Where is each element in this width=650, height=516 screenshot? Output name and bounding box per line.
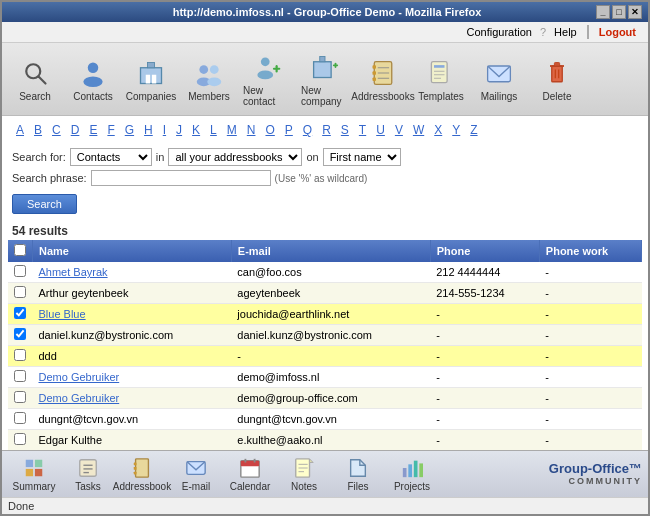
row-checkbox[interactable] <box>14 307 26 319</box>
toolbar-companies-button[interactable]: Companies <box>124 53 178 106</box>
row-checkbox[interactable] <box>14 370 26 382</box>
row-checkbox[interactable] <box>14 328 26 340</box>
alpha-letter-y[interactable]: Y <box>448 122 464 138</box>
col-phone[interactable]: Phone <box>430 240 539 262</box>
table-row[interactable]: daniel.kunz@bystronic.comdaniel.kunz@bys… <box>8 325 642 346</box>
taskbar-projects-button[interactable]: Projects <box>386 453 438 495</box>
title-bar: http://demo.imfoss.nl - Group-Office Dem… <box>2 2 648 22</box>
taskbar-notes-button[interactable]: Notes <box>278 453 330 495</box>
alpha-letter-q[interactable]: Q <box>299 122 316 138</box>
alpha-letter-x[interactable]: X <box>430 122 446 138</box>
taskbar-addressbook-button[interactable]: Addressbook <box>116 453 168 495</box>
minimize-button[interactable]: _ <box>596 5 610 19</box>
toolbar-new-contact-button[interactable]: New contact <box>240 47 294 111</box>
menu-bar: Configuration ? Help Logout <box>2 22 648 43</box>
row-checkbox-cell <box>8 367 33 388</box>
search-phrase-label: Search phrase: <box>12 172 87 184</box>
alpha-letter-n[interactable]: N <box>243 122 260 138</box>
search-field-select[interactable]: First name <box>323 148 401 166</box>
toolbar-templates-button[interactable]: Templates <box>414 53 468 106</box>
alpha-letter-j[interactable]: J <box>172 122 186 138</box>
table-row[interactable]: dungnt@tcvn.gov.vndungnt@tcvn.gov.vn-- <box>8 409 642 430</box>
alpha-letter-b[interactable]: B <box>30 122 46 138</box>
select-all-checkbox[interactable] <box>14 244 26 256</box>
alpha-letter-f[interactable]: F <box>103 122 118 138</box>
alpha-letter-t[interactable]: T <box>355 122 370 138</box>
alpha-letter-s[interactable]: S <box>337 122 353 138</box>
alpha-letter-g[interactable]: G <box>121 122 138 138</box>
table-row[interactable]: Blue Bluejouchida@earthlink.net-- <box>8 304 642 325</box>
table-row[interactable]: Ahmet Bayrakcan@foo.cos212 4444444- <box>8 262 642 283</box>
row-phone: - <box>430 409 539 430</box>
alpha-letter-w[interactable]: W <box>409 122 428 138</box>
table-row[interactable]: ddd--- <box>8 346 642 367</box>
alpha-letter-r[interactable]: R <box>318 122 335 138</box>
row-checkbox-cell <box>8 409 33 430</box>
contact-name-link[interactable]: Blue Blue <box>39 308 86 320</box>
toolbar-contacts-button[interactable]: Contacts <box>66 53 120 106</box>
table-row[interactable]: Arthur geytenbeekageytenbeek214-555-1234… <box>8 283 642 304</box>
table-row[interactable]: Demo Gebruikerdemo@group-office.com-- <box>8 388 642 409</box>
alpha-letter-a[interactable]: A <box>12 122 28 138</box>
contacts-table-wrap[interactable]: Name E-mail Phone Phone work Ahmet Bayra… <box>2 240 648 450</box>
row-checkbox[interactable] <box>14 412 26 424</box>
row-phone-work: - <box>539 346 641 367</box>
taskbar-calendar-button[interactable]: Calendar <box>224 453 276 495</box>
toolbar-delete-button[interactable]: Delete <box>530 53 584 106</box>
row-checkbox[interactable] <box>14 349 26 361</box>
row-checkbox[interactable] <box>14 433 26 445</box>
row-name: Demo Gebruiker <box>33 367 232 388</box>
table-row[interactable]: Edgar Kulthee.kulthe@aako.nl-- <box>8 430 642 451</box>
row-name: daniel.kunz@bystronic.com <box>33 325 232 346</box>
taskbar-tasks-button[interactable]: Tasks <box>62 453 114 495</box>
row-phone: 212 4444444 <box>430 262 539 283</box>
search-type-select[interactable]: Contacts Companies <box>70 148 152 166</box>
status-text: Done <box>8 500 34 512</box>
taskbar-files-button[interactable]: Files <box>332 453 384 495</box>
toolbar-search-button[interactable]: Search <box>8 53 62 106</box>
search-scope-select[interactable]: all your addressbooks <box>168 148 302 166</box>
alpha-letter-e[interactable]: E <box>85 122 101 138</box>
contact-name-link[interactable]: Demo Gebruiker <box>39 392 120 404</box>
contact-name-link[interactable]: Demo Gebruiker <box>39 371 120 383</box>
row-checkbox-cell <box>8 283 33 304</box>
toolbar-new-company-button[interactable]: New company <box>298 47 352 111</box>
col-phone-work[interactable]: Phone work <box>539 240 641 262</box>
contact-name-link[interactable]: Ahmet Bayrak <box>39 266 108 278</box>
maximize-button[interactable]: □ <box>612 5 626 19</box>
close-button[interactable]: ✕ <box>628 5 642 19</box>
taskbar-summary-button[interactable]: Summary <box>8 453 60 495</box>
row-phone: - <box>430 388 539 409</box>
row-checkbox[interactable] <box>14 391 26 403</box>
search-button[interactable]: Search <box>12 194 77 214</box>
alpha-letter-o[interactable]: O <box>261 122 278 138</box>
table-row[interactable]: Demo Gebruikerdemo@imfoss.nl-- <box>8 367 642 388</box>
taskbar-summary-label: Summary <box>13 481 56 492</box>
alpha-letter-l[interactable]: L <box>206 122 221 138</box>
menu-configuration[interactable]: Configuration <box>459 24 540 40</box>
alpha-letter-d[interactable]: D <box>67 122 84 138</box>
toolbar-members-button[interactable]: Members <box>182 53 236 106</box>
menu-help[interactable]: Help <box>546 24 585 40</box>
alpha-letter-h[interactable]: H <box>140 122 157 138</box>
svg-point-13 <box>257 71 273 80</box>
search-phrase-input[interactable] <box>91 170 271 186</box>
members-icon <box>193 57 225 89</box>
row-checkbox[interactable] <box>14 286 26 298</box>
alpha-letter-c[interactable]: C <box>48 122 65 138</box>
row-checkbox[interactable] <box>14 265 26 277</box>
alpha-letter-m[interactable]: M <box>223 122 241 138</box>
alpha-letter-i[interactable]: I <box>159 122 170 138</box>
menu-logout[interactable]: Logout <box>591 24 644 40</box>
alpha-letter-v[interactable]: V <box>391 122 407 138</box>
row-phone: - <box>430 346 539 367</box>
col-name[interactable]: Name <box>33 240 232 262</box>
alpha-letter-k[interactable]: K <box>188 122 204 138</box>
alpha-letter-z[interactable]: Z <box>466 122 481 138</box>
taskbar-email-button[interactable]: E-mail <box>170 453 222 495</box>
toolbar-addressbooks-button[interactable]: Addressbooks <box>356 53 410 106</box>
col-email[interactable]: E-mail <box>231 240 430 262</box>
alpha-letter-p[interactable]: P <box>281 122 297 138</box>
toolbar-mailings-button[interactable]: Mailings <box>472 53 526 106</box>
alpha-letter-u[interactable]: U <box>372 122 389 138</box>
